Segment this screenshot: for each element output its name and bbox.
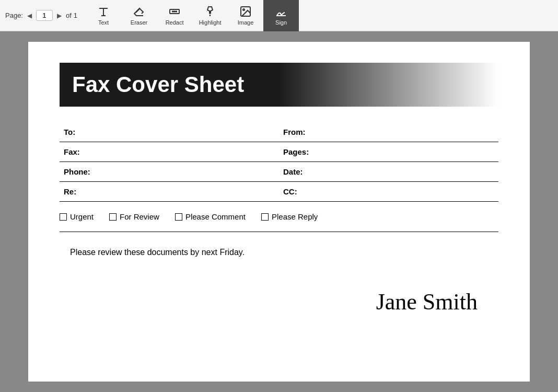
form-row-fax-pages: Fax: Pages: [60,142,498,162]
fax-field: Fax: [60,142,279,162]
main-content: Fax Cover Sheet To: From: Fax: Pages: [0,31,558,392]
form-row-re-cc: Re: CC: [60,182,498,202]
section-divider [60,232,498,232]
to-label: To: [64,128,75,136]
phone-field: Phone: [60,162,279,182]
please-reply-checkbox[interactable] [261,213,269,221]
redact-tool-label: Redact [166,19,184,26]
signature: Jane Smith [60,289,498,315]
eraser-tool-label: Eraser [131,19,147,26]
image-tool-button[interactable]: Image [228,0,263,31]
for-review-label: For Review [120,212,159,221]
sign-icon [275,5,287,18]
svg-line-2 [136,8,140,13]
page-label: Page: [5,11,23,19]
please-comment-checkbox[interactable] [175,213,182,221]
from-field: From: [279,122,498,142]
text-icon [97,5,110,18]
pages-label: Pages: [283,147,309,156]
re-field: Re: [60,182,279,202]
page-navigation: Page: ◀ ▶ of 1 [5,10,77,21]
text-tool-label: Text [98,19,109,26]
pages-field: Pages: [279,142,498,162]
form-row-to-from: To: From: [60,122,498,142]
cc-label: CC: [283,187,297,196]
from-label: From: [283,128,306,136]
svg-point-8 [243,9,245,10]
form-fields: To: From: Fax: Pages: Phone: Dat [60,122,498,202]
phone-label: Phone: [64,167,90,176]
text-tool-button[interactable]: Text [86,0,121,31]
date-label: Date: [283,167,303,176]
fax-label: Fax: [64,147,80,156]
redact-tool-button[interactable]: Redact [157,0,192,31]
for-review-checkbox-item[interactable]: For Review [109,212,159,221]
please-reply-checkbox-item[interactable]: Please Reply [261,212,318,221]
image-icon [239,5,252,18]
document-title: Fax Cover Sheet [72,72,486,97]
checkboxes-row: Urgent For Review Please Comment Please … [60,212,498,221]
eraser-tool-button[interactable]: Eraser [121,0,157,31]
sign-tool-label: Sign [275,19,287,26]
date-field: Date: [279,162,498,182]
document: Fax Cover Sheet To: From: Fax: Pages: [28,42,530,382]
message-body: Please review these documents by next Fr… [60,248,498,257]
to-field: To: [60,122,279,142]
urgent-checkbox-item[interactable]: Urgent [60,212,94,221]
sign-tool-button[interactable]: Sign [263,0,299,31]
cc-field: CC: [279,182,498,202]
page-separator: of [66,11,72,19]
page-prev-button[interactable]: ◀ [25,11,34,20]
redact-icon [168,5,181,18]
highlight-tool-label: Highlight [199,19,222,26]
re-label: Re: [64,187,76,196]
eraser-icon [133,5,145,18]
urgent-label: Urgent [70,212,94,221]
please-comment-label: Please Comment [185,212,246,221]
highlight-tool-button[interactable]: Highlight [192,0,228,31]
urgent-checkbox[interactable] [60,213,67,221]
page-number-input[interactable] [36,10,53,21]
toolbar: Page: ◀ ▶ of 1 Text Eraser Redact [0,0,558,31]
please-comment-checkbox-item[interactable]: Please Comment [175,212,246,221]
please-reply-label: Please Reply [272,212,318,221]
for-review-checkbox[interactable] [109,213,117,221]
page-next-button[interactable]: ▶ [55,11,64,20]
image-tool-label: Image [238,19,254,26]
fax-header: Fax Cover Sheet [60,63,498,107]
form-row-phone-date: Phone: Date: [60,162,498,182]
highlight-icon [204,5,216,18]
page-total: 1 [74,11,77,19]
